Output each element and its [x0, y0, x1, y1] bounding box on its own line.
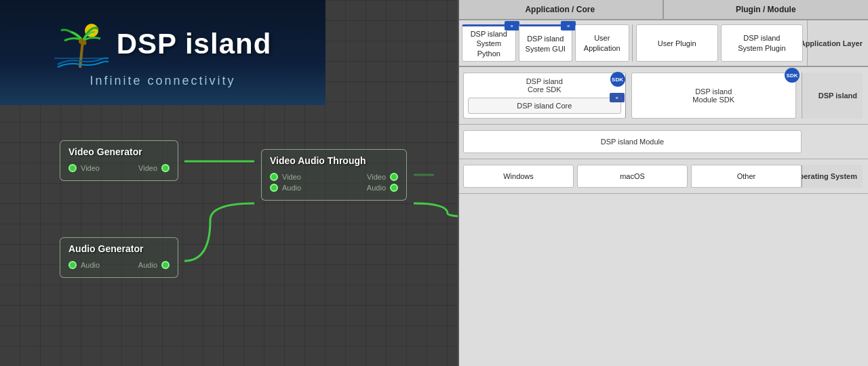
main-container: DSP island Infinite connectivity Video G… [0, 0, 868, 366]
os-other-label: Other [737, 172, 756, 180]
dsp-module-row: DSP island Module . [458, 125, 868, 159]
arch-header: Application / Core Plugin / Module [458, 0, 868, 20]
sys-python-box: ≡ DSP islandSystem Python [462, 24, 516, 62]
module-sdk-badge: SDK [785, 68, 800, 83]
video-audio-through-node[interactable]: Video Audio Through Video Video Audio Au… [261, 149, 407, 201]
audio-gen-output-label: Audio [138, 261, 157, 269]
dsp-island-label: DSP island [802, 73, 863, 119]
vertical-divider [458, 0, 459, 366]
sys-gui-badge: ≡ [561, 21, 576, 30]
app-layer-row: ≡ DSP islandSystem Python ≡ DSP islandSy… [458, 20, 868, 67]
audio-gen-input-label: Audio [81, 261, 100, 269]
video-generator-node[interactable]: Video Generator Video Video [60, 140, 178, 181]
arch-diagram: Application / Core Plugin / Module ≡ DSP… [458, 0, 868, 366]
video-gen-output-label: Video [138, 164, 157, 172]
palm-tree-icon [54, 17, 108, 71]
user-app-box: UserApplication [575, 24, 629, 62]
vat-video-out-label: Video [367, 173, 386, 181]
logo-subtitle: Infinite connectivity [90, 74, 235, 88]
audio-gen-output-port [161, 261, 170, 269]
logo-area: DSP island Infinite connectivity [0, 0, 326, 105]
os-row: Windows macOS Other Operating System [458, 159, 868, 194]
video-gen-input-port [68, 164, 77, 172]
sys-python-badge: ≡ [505, 21, 519, 30]
audio-generator-node[interactable]: Audio Generator Audio Audio [60, 237, 178, 278]
app-layer-content: ≡ DSP islandSystem Python ≡ DSP islandSy… [458, 20, 807, 66]
app-layer-label: Application Layer [807, 20, 868, 66]
node-graph: Video Generator Video Video Audio Genera… [0, 105, 458, 366]
core-inner-badge: ≡ [610, 93, 625, 102]
vat-video-out-port [390, 173, 398, 181]
sys-gui-label: DSP islandSystem GUI [526, 34, 566, 54]
sys-python-label: DSP islandSystem Python [467, 29, 511, 58]
video-audio-through-title: Video Audio Through [270, 155, 398, 166]
vat-audio-out-port [390, 184, 398, 192]
audio-generator-title: Audio Generator [68, 243, 170, 254]
vat-audio-out-label: Audio [367, 184, 386, 192]
os-other-box: Other [691, 165, 802, 188]
dsp-sdk-row: SDK DSP islandCore SDK ≡ DSP island Core… [458, 67, 868, 125]
vat-audio-in-label: Audio [282, 184, 301, 192]
os-macos-label: macOS [620, 172, 645, 180]
user-app-label: UserApplication [584, 33, 620, 53]
arch-header-left: Application / Core [458, 0, 664, 19]
vat-video-in-label: Video [282, 173, 301, 181]
sys-gui-box: ≡ DSP islandSystem GUI [519, 24, 573, 62]
os-macos-box: macOS [577, 165, 688, 188]
sys-plugin-box: DSP islandSystem Plugin [721, 24, 803, 62]
sys-plugin-label: DSP islandSystem Plugin [738, 33, 785, 53]
os-windows-label: Windows [503, 172, 534, 180]
os-windows-box: Windows [463, 165, 574, 188]
core-sdk-badge: SDK [610, 72, 625, 87]
svg-rect-3 [54, 58, 108, 59]
user-plugin-label: User Plugin [658, 39, 696, 47]
user-plugin-box: User Plugin [636, 24, 718, 62]
svg-point-2 [81, 41, 86, 45]
video-generator-title: Video Generator [68, 146, 170, 157]
os-label: Operating System [802, 165, 863, 188]
logo-title: DSP island [117, 28, 272, 60]
video-gen-output-port [161, 164, 170, 172]
vat-audio-in-port [270, 184, 278, 192]
audio-gen-input-port [68, 261, 77, 269]
arch-header-right: Plugin / Module [664, 0, 869, 19]
vat-video-in-port [270, 173, 278, 181]
video-gen-input-label: Video [81, 164, 100, 172]
